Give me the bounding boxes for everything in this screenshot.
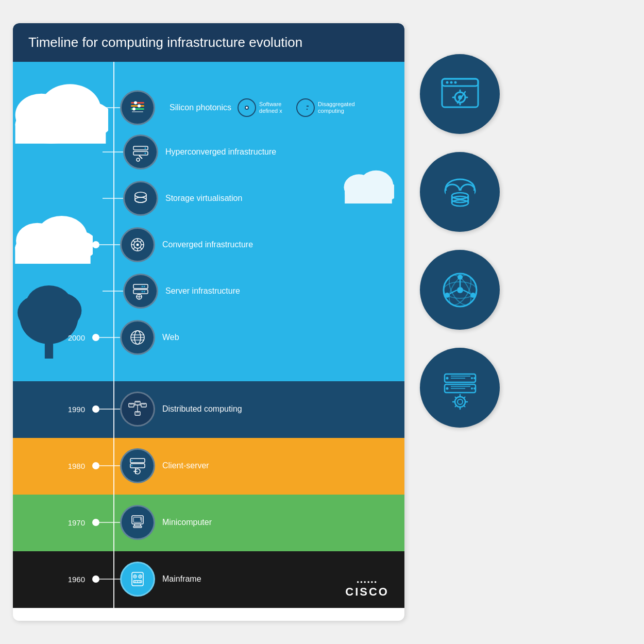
sub-items-2020: Silicon photonics Software defined x: [162, 98, 349, 117]
timeline-row-2020: 2020: [13, 62, 404, 130]
dark-teal-section: 1990: [13, 381, 404, 438]
svg-point-90: [140, 518, 141, 519]
svg-point-138: [473, 377, 476, 379]
svg-rect-79: [130, 459, 145, 463]
main-title: Timeline for computing infrastructure ev…: [28, 35, 302, 50]
dot-1970: [92, 519, 99, 526]
connector-1980: [99, 465, 120, 466]
green-section: 1970 Minicomput: [13, 495, 404, 551]
svg-rect-55: [133, 290, 148, 294]
svg-rect-116: [446, 191, 474, 198]
dot-2010: [92, 241, 99, 248]
svg-line-53: [133, 247, 135, 249]
dot-2000: [92, 334, 99, 341]
svg-rect-26: [132, 111, 143, 112]
sky-section: 2020: [13, 62, 404, 381]
main-wrapper: Timeline for computing infrastructure ev…: [13, 23, 631, 621]
svg-point-137: [471, 377, 473, 379]
icon-distributed: [120, 392, 155, 427]
svg-rect-71: [135, 412, 140, 415]
label-hyperconverged: Hyperconverged infrastructure: [165, 147, 276, 157]
svg-point-33: [308, 106, 309, 107]
timeline-row-1980: 1980 Client-ser: [13, 438, 404, 494]
svg-point-140: [446, 387, 448, 389]
icon-minicomputer: [120, 505, 155, 540]
right-icons-panel: [420, 23, 500, 428]
timeline-row-2010: 2010: [13, 223, 404, 269]
label-mainframe: Mainframe: [162, 574, 201, 584]
large-icon-cloud-db: [420, 152, 500, 232]
svg-point-24: [138, 105, 141, 108]
svg-rect-20: [131, 102, 144, 104]
svg-line-154: [463, 397, 465, 398]
svg-rect-68: [129, 403, 134, 407]
sub-item-software: Software defined x: [238, 98, 290, 117]
label-converged: Converged infrastructure: [162, 240, 253, 249]
svg-point-95: [134, 576, 135, 577]
sub-item-disaggregated: Disaggregated computing: [296, 98, 349, 117]
svg-point-45: [137, 244, 139, 246]
svg-point-34: [307, 109, 308, 110]
year-1990: 1990: [13, 405, 95, 414]
cisco-logo: ●●●●●● CISCO: [345, 580, 389, 599]
svg-point-104: [450, 81, 452, 83]
svg-point-96: [140, 576, 141, 577]
infographic-panel: Timeline for computing infrastructure ev…: [13, 23, 404, 621]
connector-storage: [103, 198, 123, 199]
svg-point-59: [142, 291, 143, 293]
dot-2020: [92, 104, 99, 111]
svg-rect-69: [135, 401, 140, 405]
label-client-server: Client-server: [162, 461, 209, 470]
svg-line-39: [139, 156, 142, 159]
svg-line-151: [455, 397, 456, 398]
svg-point-38: [145, 152, 146, 154]
icon-mainframe: [120, 562, 155, 597]
connector-hyper: [103, 151, 123, 152]
icon-photonics: [120, 90, 155, 125]
year-2010: 2010: [13, 241, 95, 249]
svg-point-25: [132, 108, 135, 111]
connector-server: [103, 291, 123, 292]
year-1960: 1960: [13, 575, 95, 584]
svg-point-103: [446, 81, 448, 83]
svg-point-57: [144, 291, 145, 293]
label-minicomputer: Minicomputer: [162, 518, 212, 527]
cisco-text: CISCO: [345, 585, 389, 599]
label-web: Web: [162, 333, 179, 342]
svg-point-134: [446, 377, 448, 379]
sub-icon-software: [238, 98, 256, 117]
connector-1970: [99, 522, 120, 523]
large-icon-server-rack: [420, 348, 500, 428]
connector-1960: [99, 579, 120, 580]
svg-point-143: [471, 387, 473, 389]
svg-point-144: [473, 387, 476, 389]
label-photonics: Silicon photonics: [170, 103, 231, 112]
svg-line-152: [463, 405, 465, 406]
year-1970: 1970: [13, 518, 95, 527]
svg-rect-31: [302, 108, 309, 110]
svg-point-41: [135, 192, 146, 197]
svg-point-40: [137, 158, 140, 161]
year-2020: 2020: [13, 104, 95, 112]
icon-client-server: [120, 448, 155, 483]
icon-hyperconverged: [123, 134, 158, 170]
svg-rect-89: [133, 526, 142, 528]
svg-point-29: [246, 107, 248, 109]
timeline-row-1990: 1990: [13, 381, 404, 437]
svg-point-146: [457, 399, 463, 404]
svg-point-37: [145, 147, 146, 149]
label-disaggregated: Disaggregated computing: [318, 101, 349, 114]
label-software: Software defined x: [259, 101, 290, 114]
icon-converged: [120, 227, 155, 262]
connector-1990: [99, 409, 120, 410]
connector-2010: [99, 244, 120, 245]
icon-web: [120, 320, 155, 355]
svg-line-51: [140, 247, 142, 249]
timeline-row-hyper: Hyperconverged infrastructure: [13, 130, 404, 177]
svg-point-56: [144, 286, 145, 287]
timeline-row-server: Server infrastructure: [13, 269, 404, 316]
label-storage: Storage virtualisation: [165, 194, 242, 203]
icon-storage: [123, 181, 158, 216]
svg-line-52: [140, 241, 142, 243]
svg-point-126: [457, 287, 463, 293]
